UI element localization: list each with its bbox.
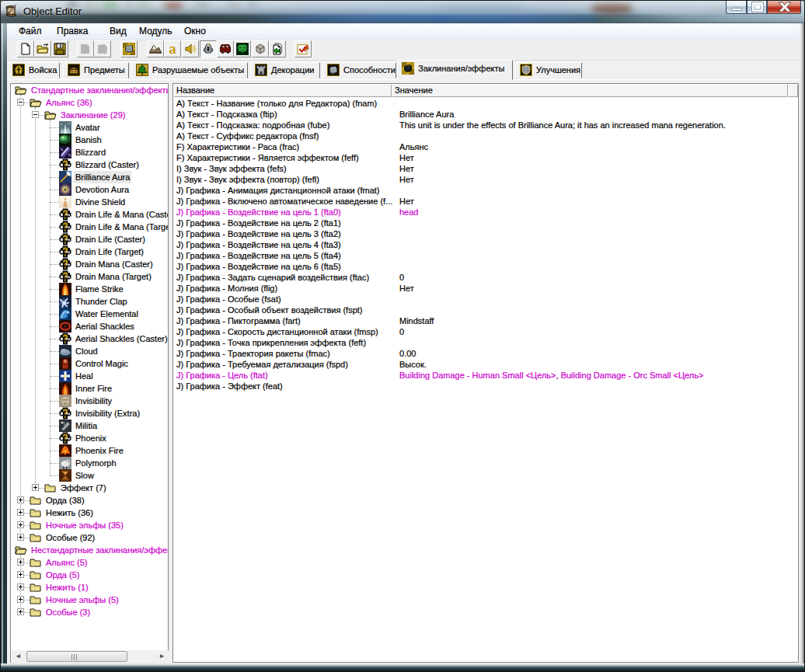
svg-text:a: a (169, 43, 176, 55)
